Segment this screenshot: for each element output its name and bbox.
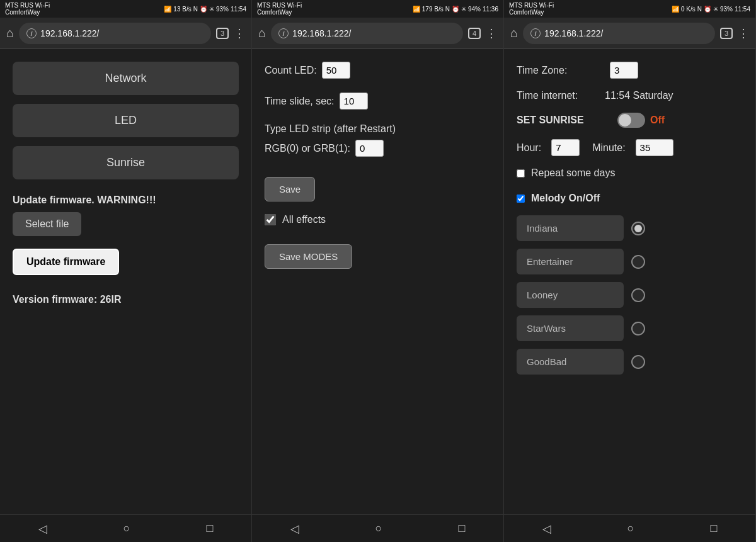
back-button-3[interactable]: ◁ xyxy=(530,517,564,541)
address-bar-3[interactable]: i 192.168.1.222/ xyxy=(523,23,715,44)
all-effects-label: All effects xyxy=(282,214,326,225)
count-led-input[interactable] xyxy=(322,62,350,79)
update-firmware-button[interactable]: Update firmware xyxy=(13,249,119,275)
melody-radio-3[interactable] xyxy=(631,322,645,336)
tab-badge-3[interactable]: 3 xyxy=(720,28,733,39)
count-led-label: Count LED: xyxy=(265,65,317,76)
rgb-label: RGB(0) or GRB(1): xyxy=(265,143,350,154)
home-button-2[interactable]: ○ xyxy=(363,517,395,540)
signal-speed-2: 179 B/s xyxy=(422,6,444,13)
time-internet-label: Time internet: xyxy=(517,90,605,101)
menu-icon-3[interactable]: ⋮ xyxy=(738,26,749,40)
melody-radio-0[interactable] xyxy=(631,222,645,235)
signal-icon-2: 📶 xyxy=(413,6,420,13)
carrier-info-2: MTS RUS Wi-Fi ComfortWay xyxy=(257,2,302,16)
carrier-name-3: MTS RUS Wi-Fi xyxy=(509,2,554,9)
minute-input[interactable] xyxy=(636,139,673,156)
time-slide-input[interactable] xyxy=(340,93,368,110)
info-icon-3: i xyxy=(530,28,541,38)
time-internet-value: 11:54 Saturday xyxy=(605,90,673,101)
bottom-nav-1: ◁ ○ □ xyxy=(0,514,251,542)
save-modes-button[interactable]: Save MODES xyxy=(265,244,352,269)
address-text-1: 192.168.1.222/ xyxy=(40,28,99,38)
content-area-2: Count LED: Time slide, sec: Type LED str… xyxy=(252,49,503,514)
home-button-1[interactable]: ○ xyxy=(111,517,143,540)
repeat-checkbox[interactable] xyxy=(517,169,525,178)
battery-1: 93% xyxy=(216,6,229,13)
timezone-input[interactable] xyxy=(610,62,638,79)
battery-3: 93% xyxy=(720,6,733,13)
rgb-input[interactable] xyxy=(355,140,384,157)
bluetooth-icon-3: ✳ xyxy=(713,6,718,13)
info-icon-2: i xyxy=(278,28,289,38)
bottom-nav-3: ◁ ○ □ xyxy=(504,514,755,542)
hour-input[interactable] xyxy=(551,139,580,156)
sunrise-state: Off xyxy=(650,115,665,126)
type-strip-label: Type LED strip (after Restart) xyxy=(265,123,491,135)
alarm-icon-3: ⏰ xyxy=(704,6,711,13)
melody-item-0: Indiana xyxy=(517,215,743,241)
info-icon-1: i xyxy=(26,28,37,38)
sunrise-toggle[interactable] xyxy=(617,113,645,128)
status-bar-1: MTS RUS Wi-Fi ComfortWay 📶 13 B/s N ⏰ ✳ … xyxy=(0,0,251,18)
all-effects-checkbox[interactable] xyxy=(265,214,276,225)
repeat-label: Repeat some days xyxy=(531,167,615,179)
melody-item-4: GoodBad xyxy=(517,349,743,375)
melody-item-1: Entertainer xyxy=(517,249,743,274)
melody-item-3: StarWars xyxy=(517,315,743,341)
select-file-button[interactable]: Select file xyxy=(13,212,81,236)
status-right-3: 📶 0 K/s N ⏰ ✳ 93% 11:54 xyxy=(672,6,750,13)
time-config-row: Hour: Minute: xyxy=(517,139,743,156)
menu-icon-2[interactable]: ⋮ xyxy=(486,26,497,40)
nfc-icon-1: N xyxy=(193,6,198,13)
address-text-3: 192.168.1.222/ xyxy=(544,28,603,38)
browser-bar-2: ⌂ i 192.168.1.222/ 4 ⋮ xyxy=(252,18,503,49)
address-bar-2[interactable]: i 192.168.1.222/ xyxy=(271,23,463,44)
bluetooth-icon-1: ✳ xyxy=(209,6,214,13)
time-slide-row: Time slide, sec: xyxy=(265,93,491,110)
melody-list: IndianaEntertainerLooneyStarWarsGoodBad xyxy=(517,215,743,375)
nfc-icon-2: N xyxy=(445,6,450,13)
time-2: 11:36 xyxy=(483,6,498,13)
led-button[interactable]: LED xyxy=(13,104,239,137)
timezone-row: Time Zone: xyxy=(517,62,743,79)
melody-radio-2[interactable] xyxy=(631,288,645,302)
menu-icon-1[interactable]: ⋮ xyxy=(234,26,245,40)
status-right-1: 📶 13 B/s N ⏰ ✳ 93% 11:54 xyxy=(164,6,246,13)
home-icon-2[interactable]: ⌂ xyxy=(258,26,266,40)
time-3: 11:54 xyxy=(735,6,750,13)
home-icon-1[interactable]: ⌂ xyxy=(6,26,14,40)
tab-badge-2[interactable]: 4 xyxy=(468,28,481,39)
melody-radio-4[interactable] xyxy=(631,355,645,369)
hour-group: Hour: xyxy=(517,139,580,156)
version-text: Version firmware: 26IR xyxy=(13,294,239,305)
provider-name-1: ComfortWay xyxy=(5,9,50,16)
time-slide-label: Time slide, sec: xyxy=(265,96,335,107)
recent-button-3[interactable]: □ xyxy=(698,517,730,540)
alarm-icon-2: ⏰ xyxy=(452,6,459,13)
save-button[interactable]: Save xyxy=(265,177,315,201)
repeat-row: Repeat some days xyxy=(517,167,743,179)
time-internet-row: Time internet: 11:54 Saturday xyxy=(517,90,743,101)
address-bar-1[interactable]: i 192.168.1.222/ xyxy=(19,23,211,44)
melody-name-2: Looney xyxy=(517,282,624,308)
melody-radio-1[interactable] xyxy=(631,255,645,269)
sunrise-row: SET SUNRISE Off xyxy=(517,113,743,128)
provider-name-3: ComfortWay xyxy=(509,9,554,16)
sunrise-button[interactable]: Sunrise xyxy=(13,146,239,179)
status-right-2: 📶 179 B/s N ⏰ ✳ 94% 11:36 xyxy=(413,6,498,13)
home-button-3[interactable]: ○ xyxy=(615,517,647,540)
melody-checkbox[interactable] xyxy=(517,195,525,203)
network-button[interactable]: Network xyxy=(13,62,239,95)
tab-badge-1[interactable]: 3 xyxy=(216,28,229,39)
recent-button-1[interactable]: □ xyxy=(194,517,226,540)
back-button-1[interactable]: ◁ xyxy=(26,517,60,541)
home-icon-3[interactable]: ⌂ xyxy=(510,26,518,40)
address-text-2: 192.168.1.222/ xyxy=(292,28,351,38)
melody-label: Melody On/Off xyxy=(531,193,600,204)
recent-button-2[interactable]: □ xyxy=(446,517,478,540)
alarm-icon-1: ⏰ xyxy=(200,6,207,13)
bluetooth-icon-2: ✳ xyxy=(461,6,466,13)
back-button-2[interactable]: ◁ xyxy=(278,517,312,541)
phone-panel-3: MTS RUS Wi-Fi ComfortWay 📶 0 K/s N ⏰ ✳ 9… xyxy=(504,0,756,542)
